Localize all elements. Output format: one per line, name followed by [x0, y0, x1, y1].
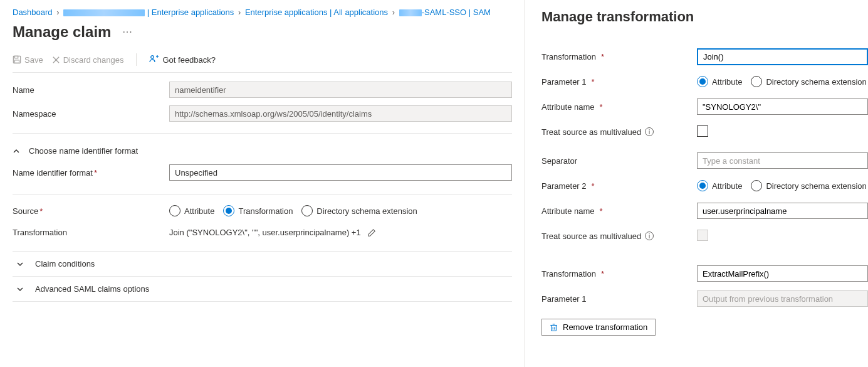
manage-transformation-panel: Manage transformation Transformation* Pa…: [525, 0, 868, 367]
attr-name-label-2: Attribute name: [541, 206, 595, 216]
radio-icon: [751, 180, 762, 191]
treat-multi-label-2: Treat source as multivalued: [541, 231, 641, 241]
advanced-saml-expander[interactable]: Advanced SAML claims options: [13, 277, 512, 302]
param1b-input: [697, 290, 868, 307]
name-label: Name: [13, 85, 169, 95]
transformation2-input[interactable]: [697, 265, 868, 282]
transformation-label: Transformation: [13, 228, 169, 237]
namespace-input[interactable]: [169, 105, 512, 122]
claim-conditions-expander[interactable]: Claim conditions: [13, 252, 512, 277]
treat-multi-checkbox-1[interactable]: [697, 125, 708, 137]
radio-icon: [301, 205, 313, 216]
radio-selected-icon: [697, 76, 708, 87]
param1-radio-dse[interactable]: Directory schema extension: [751, 76, 866, 87]
save-button[interactable]: Save: [13, 55, 43, 65]
feedback-icon: [149, 55, 159, 65]
namespace-label: Namespace: [13, 109, 169, 119]
more-actions-icon[interactable]: ···: [122, 26, 132, 38]
radio-selected-icon: [697, 180, 708, 191]
svg-rect-8: [552, 325, 557, 331]
remove-transformation-button[interactable]: Remove transformation: [541, 319, 656, 336]
attr-name-input-1[interactable]: [697, 98, 868, 115]
transformation-label: Transformation: [541, 52, 596, 61]
separator-label: Separator: [541, 156, 577, 166]
chevron-up-icon: [13, 147, 20, 155]
svg-point-5: [151, 56, 154, 59]
transformation-summary: Join ("SYNOLOGY2\", "", user.userprincip…: [169, 228, 361, 237]
feedback-label: Got feedback?: [162, 55, 216, 65]
remove-label: Remove transformation: [563, 322, 647, 332]
radio-selected-icon: [223, 205, 234, 216]
chevron-down-icon: [16, 285, 24, 293]
transformation-input[interactable]: [697, 48, 868, 65]
discard-button[interactable]: Discard changes: [52, 55, 124, 65]
nif-input[interactable]: [169, 164, 512, 181]
param2-label: Parameter 2: [541, 181, 587, 191]
trash-icon: [550, 323, 558, 332]
close-icon: [52, 56, 60, 64]
radio-icon: [169, 205, 180, 216]
breadcrumb-all-apps[interactable]: Enterprise applications | All applicatio…: [245, 8, 388, 17]
source-radio-dse[interactable]: Directory schema extension: [301, 205, 417, 216]
command-bar: Save Discard changes Got feedback?: [13, 53, 512, 66]
name-input[interactable]: [169, 82, 512, 98]
choose-nif-toggle[interactable]: Choose name identifier format: [13, 146, 512, 156]
param2-radio-attribute[interactable]: Attribute: [697, 180, 742, 191]
discard-label: Discard changes: [63, 55, 124, 65]
pencil-icon[interactable]: [367, 228, 376, 237]
feedback-button[interactable]: Got feedback?: [149, 55, 216, 65]
panel-title: Manage transformation: [541, 9, 868, 25]
breadcrumb-app[interactable]: -SAML-SSO | SAM: [399, 8, 491, 17]
transformation2-label: Transformation: [541, 269, 596, 279]
main-content: Dashboard › | Enterprise applications › …: [0, 0, 525, 367]
breadcrumb-tenant[interactable]: | Enterprise applications: [63, 8, 234, 17]
page-title: Manage claim: [13, 23, 111, 41]
param1b-label: Parameter 1: [541, 294, 587, 304]
source-label: Source*: [13, 206, 169, 216]
svg-rect-1: [15, 56, 18, 58]
choose-nif-label: Choose name identifier format: [29, 146, 138, 156]
param1-radio-attribute[interactable]: Attribute: [697, 76, 742, 87]
separator-input[interactable]: [697, 152, 868, 169]
treat-multi-checkbox-2: [697, 230, 708, 241]
source-radio-group: Attribute Transformation Directory schem…: [169, 205, 417, 216]
save-label: Save: [24, 55, 43, 65]
source-radio-transformation[interactable]: Transformation: [223, 205, 293, 216]
chevron-down-icon: [16, 260, 24, 268]
param1-label: Parameter 1: [541, 77, 587, 87]
nif-label: Name identifier format*: [13, 168, 169, 178]
param2-radio-dse[interactable]: Directory schema extension: [751, 180, 866, 191]
breadcrumb: Dashboard › | Enterprise applications › …: [13, 8, 512, 17]
toolbar-divider: [136, 53, 137, 66]
info-icon[interactable]: i: [645, 231, 654, 240]
treat-multi-label: Treat source as multivalued: [541, 127, 641, 137]
svg-rect-2: [15, 60, 19, 63]
source-radio-attribute[interactable]: Attribute: [169, 205, 214, 216]
info-icon[interactable]: i: [645, 127, 654, 136]
attr-name-input-2[interactable]: [697, 203, 868, 219]
save-icon: [13, 55, 21, 64]
attr-name-label: Attribute name: [541, 102, 595, 112]
breadcrumb-dashboard[interactable]: Dashboard: [13, 8, 53, 17]
radio-icon: [751, 76, 762, 87]
